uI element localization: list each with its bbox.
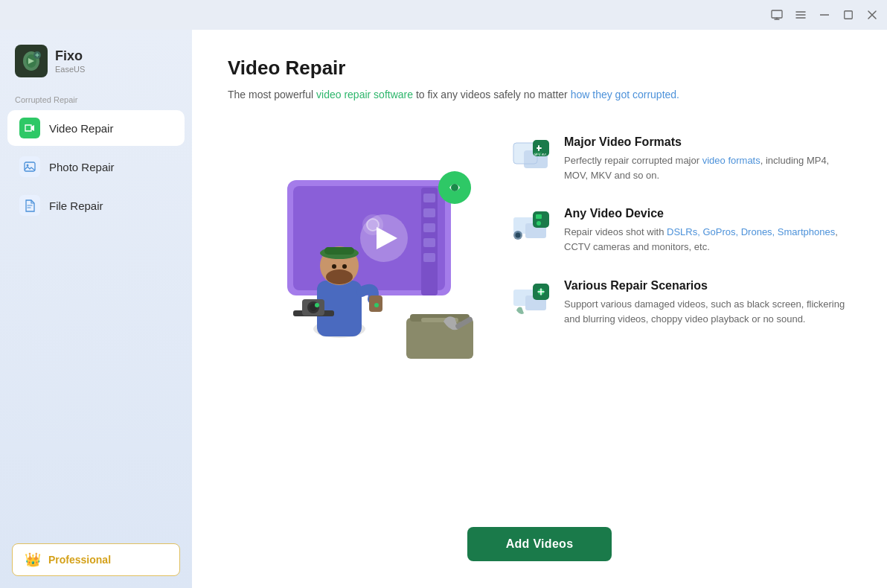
feature-any-device-title: Any Video Device bbox=[564, 207, 851, 220]
svg-rect-23 bbox=[324, 247, 354, 255]
menu-icon[interactable] bbox=[795, 9, 807, 21]
video-repair-icon bbox=[19, 118, 40, 138]
svg-rect-0 bbox=[772, 10, 782, 18]
svg-rect-16 bbox=[423, 253, 435, 262]
svg-point-25 bbox=[332, 264, 336, 269]
file-repair-label: File Repair bbox=[49, 199, 103, 212]
svg-rect-6 bbox=[25, 162, 35, 171]
any-device-icon bbox=[510, 207, 552, 249]
svg-point-37 bbox=[315, 303, 319, 307]
illustration bbox=[228, 121, 481, 359]
app-body: Fixo EaseUS Corrupted Repair Video Repai… bbox=[0, 30, 887, 588]
subtitle-highlight: video repair software bbox=[316, 89, 413, 100]
svg-point-38 bbox=[374, 303, 379, 307]
photo-repair-icon bbox=[19, 156, 40, 177]
minimize-icon[interactable] bbox=[819, 9, 830, 21]
file-repair-icon bbox=[19, 195, 40, 216]
svg-point-24 bbox=[326, 269, 353, 284]
svg-point-7 bbox=[27, 164, 29, 167]
feature-repair-scenarios-title: Various Repair Scenarios bbox=[564, 279, 851, 293]
feature-major-formats-title: Major Video Formats bbox=[564, 135, 851, 149]
svg-rect-15 bbox=[423, 238, 435, 247]
main-content: Video Repair The most powerful video rep… bbox=[192, 30, 887, 588]
svg-rect-13 bbox=[423, 208, 435, 217]
feature-any-device-text: Any Video Device Repair videos shot with… bbox=[564, 207, 851, 255]
bottom-bar: Add Videos bbox=[228, 503, 851, 561]
page-title: Video Repair bbox=[228, 57, 851, 80]
feature-repair-scenarios-desc: Support various damaged videos, such as … bbox=[564, 297, 851, 327]
svg-rect-12 bbox=[423, 194, 435, 202]
svg-rect-50 bbox=[536, 214, 542, 219]
section-label: Corrupted Repair bbox=[0, 89, 192, 109]
page-subtitle: The most powerful video repair software … bbox=[228, 87, 851, 103]
feature-repair-scenarios-text: Various Repair Scenarios Support various… bbox=[564, 279, 851, 327]
logo-name: Fixo bbox=[55, 48, 85, 65]
professional-button[interactable]: 👑 Professional bbox=[12, 543, 180, 576]
feature-major-formats-desc: Perfectly repair corrupted major video f… bbox=[564, 153, 851, 183]
feature-major-formats: MP4 AVI Major Video Formats Perfectly re… bbox=[510, 135, 851, 183]
add-videos-button[interactable]: Add Videos bbox=[467, 527, 612, 561]
video-repair-label: Video Repair bbox=[49, 122, 113, 135]
svg-rect-49 bbox=[533, 211, 549, 228]
logo-text: Fixo EaseUS bbox=[55, 48, 85, 74]
feature-any-device: Any Video Device Repair videos shot with… bbox=[510, 207, 851, 255]
svg-rect-14 bbox=[423, 223, 435, 232]
app-logo-icon bbox=[15, 45, 48, 77]
close-icon[interactable] bbox=[866, 9, 878, 21]
crown-icon: 👑 bbox=[25, 552, 41, 568]
svg-point-18 bbox=[451, 184, 458, 191]
logo-area: Fixo EaseUS bbox=[0, 30, 192, 89]
sidebar-item-video-repair[interactable]: Video Repair bbox=[7, 110, 185, 146]
svg-point-53 bbox=[516, 233, 521, 238]
sidebar-item-file-repair[interactable]: File Repair bbox=[7, 188, 185, 223]
content-area: MP4 AVI Major Video Formats Perfectly re… bbox=[228, 121, 851, 503]
subtitle-highlight-blue: how they got corrupted. bbox=[571, 89, 679, 100]
window-controls bbox=[771, 9, 878, 21]
titlebar bbox=[0, 0, 887, 30]
svg-text:AVI: AVI bbox=[542, 153, 546, 156]
professional-label: Professional bbox=[48, 554, 111, 566]
maximize-icon[interactable] bbox=[842, 9, 854, 21]
features-list: MP4 AVI Major Video Formats Perfectly re… bbox=[510, 121, 851, 327]
svg-point-26 bbox=[342, 264, 347, 269]
svg-text:MP4: MP4 bbox=[534, 153, 541, 156]
photo-repair-label: Photo Repair bbox=[49, 161, 115, 173]
monitor-icon[interactable] bbox=[771, 9, 783, 21]
sidebar: Fixo EaseUS Corrupted Repair Video Repai… bbox=[0, 30, 192, 588]
svg-point-51 bbox=[537, 221, 541, 226]
feature-repair-scenarios: Various Repair Scenarios Support various… bbox=[510, 279, 851, 327]
svg-point-36 bbox=[367, 219, 379, 231]
svg-rect-1 bbox=[845, 11, 853, 19]
sidebar-item-photo-repair[interactable]: Photo Repair bbox=[7, 149, 185, 185]
feature-any-device-desc: Repair videos shot with DSLRs, GoPros, D… bbox=[564, 225, 851, 255]
major-formats-icon: MP4 AVI bbox=[510, 135, 552, 177]
feature-major-formats-text: Major Video Formats Perfectly repair cor… bbox=[564, 135, 851, 183]
logo-sub: EaseUS bbox=[55, 65, 85, 74]
repair-scenarios-icon bbox=[510, 279, 552, 321]
